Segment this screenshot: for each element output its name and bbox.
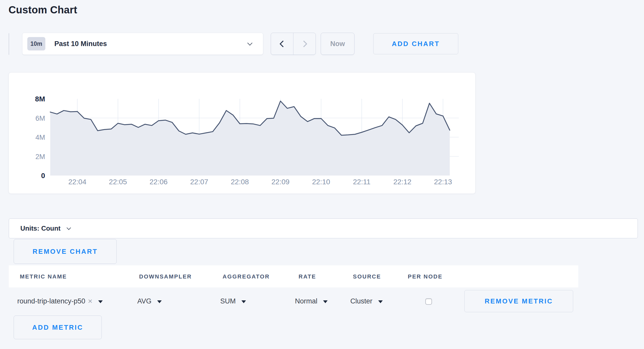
metric-name-select[interactable]: round-trip-latency-p50 ×: [17, 294, 103, 308]
y-axis-tick-label: 2M: [35, 153, 45, 161]
chevron-down-icon: [247, 40, 252, 46]
now-button[interactable]: Now: [321, 33, 354, 55]
add-metric-button[interactable]: ADD METRIC: [14, 316, 102, 339]
x-axis-tick-label: 22:13: [434, 178, 452, 186]
time-window-select[interactable]: 10m Past 10 Minutes: [22, 33, 263, 55]
prev-time-button[interactable]: [271, 33, 293, 55]
x-axis-tick-label: 22:08: [231, 178, 249, 186]
series-area-fill: [50, 101, 450, 176]
y-axis-tick-label: 4M: [35, 134, 45, 141]
chevron-down-icon: [66, 225, 71, 230]
source-select[interactable]: Cluster: [350, 294, 383, 308]
y-axis-tick-label: 8M: [35, 95, 45, 103]
custom-chart-page: Custom Chart 10m Past 10 Minutes Now ADD…: [0, 0, 644, 349]
caret-down-icon: [323, 300, 328, 303]
rate-value: Normal: [295, 297, 317, 305]
rate-select[interactable]: Normal: [295, 294, 328, 308]
x-axis-tick-label: 22:07: [190, 178, 208, 186]
aggregator-select[interactable]: SUM: [220, 294, 246, 308]
caret-down-icon: [241, 300, 246, 303]
x-axis-tick-label: 22:06: [150, 178, 168, 186]
metrics-table-header: METRIC NAME DOWNSAMPLER AGGREGATOR RATE …: [9, 265, 578, 287]
clear-metric-icon[interactable]: ×: [88, 297, 92, 305]
x-axis-tick-label: 22:05: [109, 178, 127, 186]
next-time-button[interactable]: [293, 33, 316, 55]
downsampler-select[interactable]: AVG: [137, 294, 162, 308]
chart-card: 22:0422:0522:0622:0722:0822:0922:1022:11…: [9, 72, 476, 194]
col-header-rate: RATE: [299, 273, 316, 280]
toolbar-left-divider: [9, 33, 9, 55]
col-header-downsampler: DOWNSAMPLER: [139, 273, 192, 280]
metric-name-value: round-trip-latency-p50: [17, 297, 85, 305]
caret-down-icon: [157, 300, 162, 303]
col-header-metric-name: METRIC NAME: [20, 273, 67, 280]
x-axis-tick-label: 22:11: [353, 178, 370, 186]
time-window-badge: 10m: [27, 37, 45, 50]
x-axis-tick-label: 22:10: [312, 178, 330, 186]
downsampler-value: AVG: [137, 297, 151, 305]
chevron-right-icon: [300, 40, 307, 47]
time-window-label: Past 10 Minutes: [54, 40, 107, 48]
y-axis-tick-label: 0: [41, 172, 45, 180]
y-axis-tick-label: 6M: [35, 115, 45, 122]
col-header-per-node: PER NODE: [408, 273, 443, 280]
x-axis-tick-label: 22:09: [272, 178, 290, 186]
time-pager: [271, 33, 316, 55]
remove-metric-button[interactable]: REMOVE METRIC: [464, 290, 573, 312]
x-axis-tick-label: 22:12: [393, 178, 411, 186]
remove-chart-button[interactable]: REMOVE CHART: [14, 239, 117, 264]
col-header-aggregator: AGGREGATOR: [223, 273, 270, 280]
caret-down-icon: [378, 300, 383, 303]
aggregator-value: SUM: [220, 297, 236, 305]
units-select[interactable]: Units: Count: [20, 224, 70, 232]
units-select-label: Units: Count: [20, 224, 61, 232]
add-chart-button[interactable]: ADD CHART: [373, 33, 458, 54]
caret-down-icon: [98, 300, 103, 303]
page-title: Custom Chart: [9, 4, 77, 16]
units-bar: Units: Count: [9, 219, 638, 238]
latency-chart-svg: 22:0422:0522:0622:0722:0822:0922:1022:11…: [9, 73, 476, 194]
per-node-checkbox[interactable]: [425, 298, 432, 305]
source-value: Cluster: [350, 297, 372, 305]
x-axis-tick-label: 22:04: [68, 178, 86, 186]
col-header-source: SOURCE: [353, 273, 381, 280]
chevron-left-icon: [279, 40, 286, 47]
